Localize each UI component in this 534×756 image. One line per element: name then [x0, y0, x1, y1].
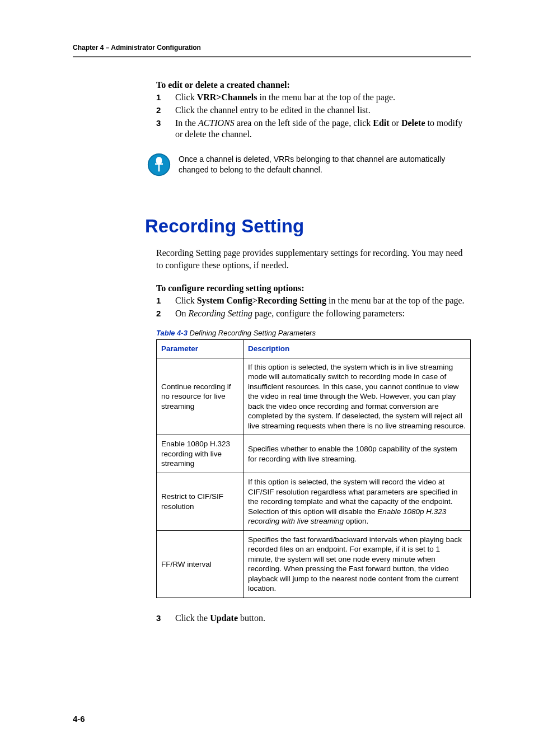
text: area on the left side of the page, click — [235, 118, 373, 128]
step-number: 2 — [156, 105, 175, 116]
desc-cell: If this option is selected, the system w… — [243, 473, 471, 530]
table-caption: Table 4-3 Defining Recording Setting Par… — [156, 329, 471, 337]
procedure-title: To configure recording setting options: — [156, 283, 471, 293]
step-number: 2 — [156, 308, 175, 320]
table-row: Restrict to CIF/SIF resolution If this o… — [157, 473, 471, 530]
italic-text: Recording Setting — [189, 309, 253, 318]
table-header-row: Parameter Description — [157, 339, 471, 358]
procedure-list: 3 Click the Update button. — [156, 613, 471, 624]
text: Click — [175, 296, 197, 305]
text: In the — [175, 118, 198, 128]
step-body: In the ACTIONS area on the left side of … — [175, 118, 471, 141]
desc-cell: Specifies whether to enable the 1080p ca… — [243, 435, 471, 473]
page-number: 4-6 — [73, 714, 85, 724]
italic-text: ACTIONS — [198, 118, 235, 128]
table-row: Enable 1080p H.323 recording with live s… — [157, 435, 471, 473]
step-body: Click the Update button. — [175, 613, 471, 624]
list-item: 2 Click the channel entry to be edited i… — [156, 105, 471, 116]
step-number: 1 — [156, 295, 175, 307]
bold-text: VRR>Channels — [197, 92, 257, 102]
step-body: On Recording Setting page, configure the… — [175, 308, 471, 320]
svg-rect-1 — [158, 165, 160, 171]
text: page, configure the following parameters… — [252, 309, 405, 318]
text: Click — [175, 92, 197, 102]
text: or — [390, 118, 401, 128]
param-cell: Enable 1080p H.323 recording with live s… — [157, 435, 243, 473]
param-cell: Restrict to CIF/SIF resolution — [157, 473, 243, 530]
list-item: 3 Click the Update button. — [156, 613, 471, 624]
param-cell: FF/RW interval — [157, 530, 243, 598]
list-item: 3 In the ACTIONS area on the left side o… — [156, 118, 471, 141]
column-header: Description — [243, 339, 471, 358]
procedure-title: To edit or delete a created channel: — [156, 80, 471, 90]
text: in the menu bar at the top of the page. — [326, 296, 465, 305]
text: option. — [344, 517, 368, 525]
desc-cell: Specifies the fast forward/backward inte… — [243, 530, 471, 598]
step-body: Click the channel entry to be edited in … — [175, 105, 471, 116]
procedure-list: 1 Click VRR>Channels in the menu bar at … — [156, 92, 471, 141]
step-number: 3 — [156, 613, 175, 624]
table-row: Continue recording if no resource for li… — [157, 358, 471, 435]
note: Once a channel is deleted, VRRs belongin… — [147, 153, 471, 176]
text: button. — [238, 613, 265, 623]
step-number: 1 — [156, 92, 175, 104]
table-number: Table 4-3 — [156, 329, 188, 337]
column-header: Parameter — [157, 339, 243, 358]
step-number: 3 — [156, 118, 175, 141]
step-body: Click VRR>Channels in the menu bar at th… — [175, 92, 471, 104]
pushpin-icon — [147, 153, 171, 176]
text: Click the — [175, 613, 210, 623]
text: in the menu bar at the top of the page. — [257, 92, 395, 102]
list-item: 1 Click System Config>Recording Setting … — [156, 295, 471, 307]
bold-text: Delete — [401, 118, 425, 128]
procedure-list: 1 Click System Config>Recording Setting … — [156, 295, 471, 320]
parameters-table: Parameter Description Continue recording… — [156, 339, 471, 598]
step-body: Click System Config>Recording Setting in… — [175, 295, 471, 307]
section-heading: Recording Setting — [145, 216, 471, 237]
text: On — [175, 309, 189, 318]
intro-paragraph: Recording Setting page provides suppleme… — [156, 247, 471, 271]
table-row: FF/RW interval Specifies the fast forwar… — [157, 530, 471, 598]
param-cell: Continue recording if no resource for li… — [157, 358, 243, 435]
bold-text: System Config>Recording Setting — [197, 296, 326, 305]
list-item: 1 Click VRR>Channels in the menu bar at … — [156, 92, 471, 104]
list-item: 2 On Recording Setting page, configure t… — [156, 308, 471, 320]
desc-cell: If this option is selected, the system w… — [243, 358, 471, 435]
note-text: Once a channel is deleted, VRRs belongin… — [179, 153, 471, 175]
bold-text: Update — [210, 613, 238, 623]
table-caption-text: Defining Recording Setting Parameters — [188, 329, 316, 337]
running-header: Chapter 4 – Administrator Configuration — [73, 44, 471, 52]
header-rule — [73, 56, 471, 58]
bold-text: Edit — [373, 118, 389, 128]
